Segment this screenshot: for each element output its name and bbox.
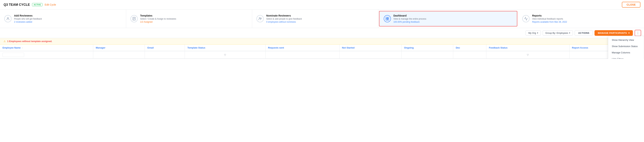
step-status-reports: Reports available from Mar 28, 2022 xyxy=(532,21,567,23)
step-desc-reviewees: People who will get feedback xyxy=(14,18,42,20)
nominate-reviewers-icon xyxy=(256,15,264,22)
dashboard-content: Dashboard View & manage the entire proce… xyxy=(394,14,426,23)
col-email[interactable]: Email xyxy=(145,45,185,51)
dropdown-hide-filters[interactable]: Hide Filters xyxy=(608,56,644,59)
col-feedback-status-label: Feedback Status xyxy=(489,46,508,49)
col-requests-sent-label: Requests sent xyxy=(268,46,284,49)
col-template-status[interactable]: Template Status xyxy=(185,45,266,51)
svg-rect-7 xyxy=(386,17,387,18)
col-email-label: Email xyxy=(148,46,154,49)
filter-employee-name xyxy=(0,51,93,59)
col-not-started-label: Not Started xyxy=(342,46,354,49)
step-dashboard[interactable]: Dashboard View & manage the entire proce… xyxy=(379,11,518,26)
active-badge: ACTIVE xyxy=(32,3,42,6)
warning-row: ⚠ 1 Employees without template assigned. xyxy=(0,38,644,45)
my-org-chevron-icon: ▾ xyxy=(537,32,538,34)
three-dots-button[interactable]: ⋮ xyxy=(635,30,641,36)
svg-rect-8 xyxy=(388,17,389,18)
group-by-chevron-icon: ▾ xyxy=(569,32,570,34)
col-ongoing-label: Ongoing xyxy=(404,46,414,49)
steps-row: Add Reviewees People who will get feedba… xyxy=(0,9,644,28)
template-status-filter-icon[interactable]: ▽ xyxy=(224,53,226,56)
step-title-nominate: Nominate Reviewers xyxy=(266,14,302,17)
sort-asc-icon: ↑ xyxy=(22,47,23,49)
filter-requests-sent xyxy=(265,51,339,59)
manage-participants-button[interactable]: MANAGE PARTICIPANTS ▾ xyxy=(594,30,633,36)
warning-message: Employees without template assigned. xyxy=(9,40,52,43)
filter-feedback-status: ▽ xyxy=(486,51,569,59)
group-by-button[interactable]: Group By: Employees ▾ xyxy=(543,30,573,36)
page-header: Q3 TEAM CYCLE ACTIVE Edit Cycle CLOSE xyxy=(0,0,644,9)
filter-declined xyxy=(453,51,486,59)
step-status-templates: 1/2 Assigned xyxy=(140,21,176,23)
templates-icon xyxy=(130,15,138,22)
add-reviewees-content: Add Reviewees People who will get feedba… xyxy=(14,14,42,23)
dropdown-manage-columns[interactable]: Manage Columns xyxy=(608,49,644,56)
my-org-label: My Org xyxy=(528,32,536,34)
step-title-templates: Templates xyxy=(140,14,176,17)
dropdown-menu: Show Hierarchy View Show Submission Stat… xyxy=(608,36,644,59)
manage-chevron-icon: ▾ xyxy=(628,32,630,34)
svg-point-5 xyxy=(259,18,260,19)
col-employee-name[interactable]: Employee Name ↑ xyxy=(0,45,93,51)
col-feedback-status[interactable]: Feedback Status xyxy=(486,45,569,51)
step-reports[interactable]: Reports View individual feedback reports… xyxy=(518,9,644,28)
filter-ongoing xyxy=(402,51,453,59)
step-add-reviewees[interactable]: Add Reviewees People who will get feedba… xyxy=(0,9,126,28)
svg-rect-10 xyxy=(388,19,389,20)
close-button[interactable]: CLOSE xyxy=(622,2,640,7)
col-report-access-label: Report Access xyxy=(572,46,588,49)
edit-cycle-link[interactable]: Edit Cycle xyxy=(45,3,56,6)
reports-content: Reports View individual feedback reports… xyxy=(532,14,567,23)
col-template-status-label: Template Status xyxy=(187,46,205,49)
step-title-dashboard: Dashboard xyxy=(394,14,426,17)
table-header-row: Employee Name ↑ Manager Email Template S… xyxy=(0,45,644,51)
filter-not-started xyxy=(339,51,402,59)
svg-point-6 xyxy=(260,18,262,19)
col-requests-sent[interactable]: Requests sent xyxy=(265,45,339,51)
warning-count: 1 xyxy=(7,40,8,43)
warning-text: 1 Employees without template assigned. xyxy=(7,40,52,43)
warning-icon: ⚠ xyxy=(4,40,6,43)
dropdown-show-hierarchy[interactable]: Show Hierarchy View xyxy=(608,37,644,43)
cycle-title: Q3 TEAM CYCLE xyxy=(4,3,30,7)
add-reviewees-icon xyxy=(4,15,12,22)
step-nominate-reviewers[interactable]: Nominate Reviewers Select & add people t… xyxy=(252,9,378,28)
step-status-reviewees: 2 reviewees added xyxy=(14,21,42,23)
col-ongoing[interactable]: Ongoing xyxy=(402,45,453,51)
step-title-reports: Reports xyxy=(532,14,567,17)
group-by-label: Group By: Employees xyxy=(545,32,568,34)
toolbar-row: My Org ▾ Group By: Employees ▾ ACTIONS M… xyxy=(0,28,644,38)
dropdown-show-submission[interactable]: Show Submission Status xyxy=(608,43,644,49)
step-status-nominate: 0 employees without nominees xyxy=(266,21,302,23)
step-desc-reports: View individual feedback reports xyxy=(532,18,567,20)
filter-template-status: ▽ xyxy=(185,51,266,59)
filter-manager xyxy=(93,51,145,59)
filter-employee-name-input[interactable] xyxy=(2,53,24,57)
nominate-reviewers-content: Nominate Reviewers Select & add people t… xyxy=(266,14,302,23)
step-status-dashboard: 100.00% pending feedback xyxy=(394,21,426,23)
svg-point-0 xyxy=(7,17,8,19)
dashboard-icon xyxy=(384,15,391,22)
main-table: Employee Name ↑ Manager Email Template S… xyxy=(0,45,644,59)
col-declined[interactable]: Dec xyxy=(453,45,486,51)
col-manager[interactable]: Manager xyxy=(93,45,145,51)
step-templates[interactable]: Templates Select / Create & Assign to re… xyxy=(126,9,252,28)
reports-icon xyxy=(522,15,530,22)
templates-content: Templates Select / Create & Assign to re… xyxy=(140,14,176,23)
manage-participants-label: MANAGE PARTICIPANTS xyxy=(598,32,627,34)
step-desc-templates: Select / Create & Assign to reviewees xyxy=(140,18,176,20)
col-not-started[interactable]: Not Started xyxy=(339,45,402,51)
feedback-status-filter-icon[interactable]: ▽ xyxy=(527,53,529,56)
table-filter-row: ▽ ▽ xyxy=(0,51,644,59)
col-employee-name-label: Employee Name xyxy=(2,46,20,49)
my-org-button[interactable]: My Org ▾ xyxy=(526,30,541,36)
step-desc-dashboard: View & manage the entire process xyxy=(394,18,426,20)
filter-email xyxy=(145,51,185,59)
svg-rect-9 xyxy=(386,19,387,20)
col-manager-label: Manager xyxy=(96,46,105,49)
actions-button[interactable]: ACTIONS xyxy=(575,30,593,36)
col-declined-label: Dec xyxy=(456,46,460,49)
step-title-reviewees: Add Reviewees xyxy=(14,14,42,17)
three-dots-icon: ⋮ xyxy=(636,31,639,35)
